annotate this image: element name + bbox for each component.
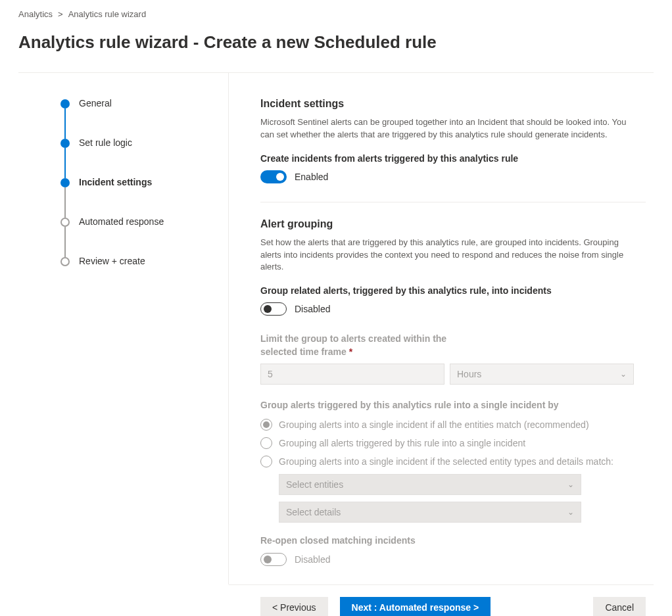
step-dot-icon [60, 257, 70, 266]
wizard-steps-sidebar: General Set rule logic Incident settings… [18, 73, 229, 584]
group-related-label: Group related alerts, triggered by this … [260, 285, 646, 296]
step-connector [64, 148, 66, 178]
step-label: Review + create [79, 256, 145, 266]
cancel-button[interactable]: Cancel [593, 597, 646, 616]
select-entities-placeholder: Select entities [286, 479, 343, 490]
radio-option-entities-match[interactable]: Grouping alerts into a single incident i… [260, 419, 646, 431]
main-content: Incident settings Microsoft Sentinel ale… [229, 73, 654, 584]
limit-label-line1: Limit the group to alerts created within… [260, 333, 446, 344]
chevron-down-icon: ⌄ [567, 480, 574, 489]
breadcrumb-current: Analytics rule wizard [68, 9, 147, 19]
breadcrumb: Analytics > Analytics rule wizard [18, 9, 654, 19]
radio-label: Grouping alerts into a single incident i… [279, 456, 613, 467]
step-connector [64, 227, 66, 257]
select-details-dropdown[interactable]: Select details ⌄ [279, 502, 581, 523]
timeframe-unit-value: Hours [457, 369, 481, 379]
incident-settings-desc: Microsoft Sentinel alerts can be grouped… [260, 116, 629, 141]
reopen-toggle[interactable] [260, 553, 287, 566]
step-general[interactable]: General [60, 98, 215, 137]
toggle-thumb-icon [264, 305, 272, 313]
group-by-label: Group alerts triggered by this analytics… [260, 399, 646, 412]
next-button[interactable]: Next : Automated response > [340, 597, 491, 616]
step-set-rule-logic[interactable]: Set rule logic [60, 137, 215, 177]
limit-timeframe-label: Limit the group to alerts created within… [260, 333, 646, 358]
alert-grouping-title: Alert grouping [260, 218, 646, 230]
radio-icon [260, 419, 272, 431]
create-incidents-state: Enabled [295, 172, 328, 182]
previous-button[interactable]: < Previous [260, 597, 328, 616]
toggle-thumb-icon [276, 173, 284, 181]
create-incidents-label: Create incidents from alerts triggered b… [260, 153, 646, 164]
step-label: General [79, 98, 112, 108]
step-incident-settings[interactable]: Incident settings [60, 177, 215, 216]
radio-icon [260, 456, 272, 467]
step-dot-icon [60, 139, 70, 148]
step-label: Incident settings [79, 177, 152, 187]
wizard-footer: < Previous Next : Automated response > C… [229, 584, 654, 616]
chevron-down-icon: ⌄ [620, 369, 627, 379]
step-dot-icon [60, 178, 70, 187]
step-dot-icon [60, 218, 70, 227]
select-entities-dropdown[interactable]: Select entities ⌄ [279, 474, 581, 495]
limit-label-line2: selected time frame [260, 346, 347, 357]
breadcrumb-root[interactable]: Analytics [18, 9, 53, 19]
group-related-state: Disabled [295, 304, 330, 314]
step-dot-icon [60, 99, 70, 108]
required-asterisk: * [349, 346, 352, 357]
incident-settings-title: Incident settings [260, 98, 646, 110]
chevron-down-icon: ⌄ [567, 508, 574, 517]
reopen-label: Re-open closed matching incidents [260, 534, 646, 548]
radio-icon [260, 437, 272, 449]
reopen-state: Disabled [295, 554, 330, 565]
alert-grouping-desc: Set how the alerts that are triggered by… [260, 237, 629, 274]
select-details-placeholder: Select details [286, 507, 341, 517]
step-label: Set rule logic [79, 137, 132, 148]
step-connector [64, 187, 66, 218]
step-review-create[interactable]: Review + create [60, 256, 215, 266]
timeframe-value-input[interactable] [260, 364, 444, 385]
create-incidents-toggle[interactable] [260, 170, 287, 183]
page-title: Analytics rule wizard - Create a new Sch… [18, 32, 654, 53]
radio-label: Grouping alerts into a single incident i… [279, 419, 589, 430]
step-automated-response[interactable]: Automated response [60, 216, 215, 256]
group-related-toggle[interactable] [260, 302, 287, 316]
radio-option-selected-match[interactable]: Grouping alerts into a single incident i… [260, 456, 646, 467]
step-connector [64, 108, 66, 139]
step-label: Automated response [79, 216, 164, 227]
section-divider [260, 202, 646, 202]
timeframe-unit-select[interactable]: Hours ⌄ [450, 364, 634, 385]
radio-option-all-alerts[interactable]: Grouping all alerts triggered by this ru… [260, 437, 646, 449]
toggle-thumb-icon [264, 556, 272, 563]
chevron-right-icon: > [58, 9, 63, 19]
radio-label: Grouping all alerts triggered by this ru… [279, 438, 525, 448]
